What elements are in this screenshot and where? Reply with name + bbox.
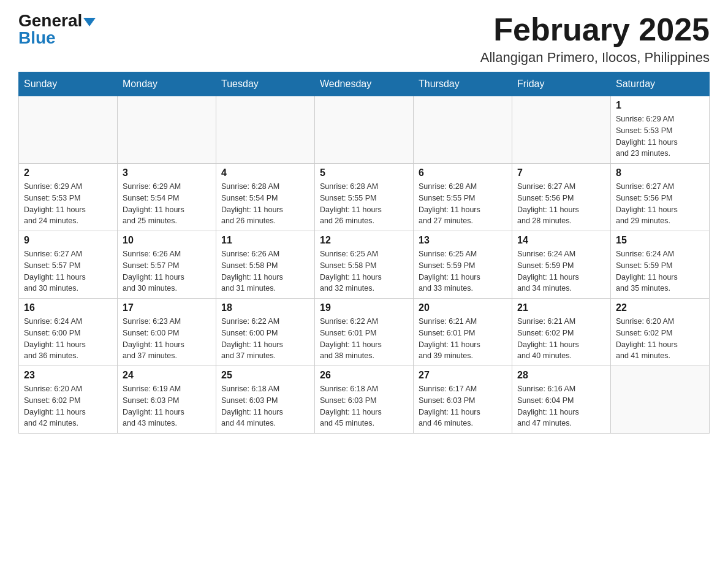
calendar-cell: 5Sunrise: 6:28 AM Sunset: 5:55 PM Daylig… xyxy=(315,164,414,231)
logo-blue: Blue xyxy=(18,29,56,47)
day-number: 2 xyxy=(24,167,112,178)
day-number: 25 xyxy=(221,370,309,381)
calendar-header: SundayMondayTuesdayWednesdayThursdayFrid… xyxy=(19,72,710,96)
day-number: 4 xyxy=(221,167,309,178)
calendar-cell xyxy=(414,96,512,164)
calendar-cell xyxy=(19,96,118,164)
title-section: February 2025 Allangigan Primero, Ilocos… xyxy=(480,12,710,66)
day-number: 24 xyxy=(123,370,211,381)
calendar-cell: 10Sunrise: 6:26 AM Sunset: 5:57 PM Dayli… xyxy=(118,231,216,299)
day-number: 9 xyxy=(24,235,112,246)
calendar-cell: 23Sunrise: 6:20 AM Sunset: 6:02 PM Dayli… xyxy=(19,366,118,434)
calendar-cell: 14Sunrise: 6:24 AM Sunset: 5:59 PM Dayli… xyxy=(512,231,611,299)
weekday-header-thursday: Thursday xyxy=(414,72,512,96)
day-info: Sunrise: 6:20 AM Sunset: 6:02 PM Dayligh… xyxy=(616,316,704,362)
calendar-cell: 16Sunrise: 6:24 AM Sunset: 6:00 PM Dayli… xyxy=(19,299,118,366)
calendar-cell: 15Sunrise: 6:24 AM Sunset: 5:59 PM Dayli… xyxy=(611,231,710,299)
day-info: Sunrise: 6:22 AM Sunset: 6:00 PM Dayligh… xyxy=(221,316,309,362)
day-number: 17 xyxy=(123,302,211,313)
day-number: 7 xyxy=(517,167,605,178)
calendar-cell: 1Sunrise: 6:29 AM Sunset: 5:53 PM Daylig… xyxy=(611,96,710,164)
calendar-cell: 9Sunrise: 6:27 AM Sunset: 5:57 PM Daylig… xyxy=(19,231,118,299)
day-info: Sunrise: 6:18 AM Sunset: 6:03 PM Dayligh… xyxy=(221,383,309,429)
calendar-table: SundayMondayTuesdayWednesdayThursdayFrid… xyxy=(18,72,710,434)
week-row-2: 2Sunrise: 6:29 AM Sunset: 5:53 PM Daylig… xyxy=(19,164,710,231)
day-info: Sunrise: 6:16 AM Sunset: 6:04 PM Dayligh… xyxy=(517,383,605,429)
calendar-cell: 20Sunrise: 6:21 AM Sunset: 6:01 PM Dayli… xyxy=(414,299,512,366)
calendar-cell: 24Sunrise: 6:19 AM Sunset: 6:03 PM Dayli… xyxy=(118,366,216,434)
logo-general: General xyxy=(18,12,96,29)
day-info: Sunrise: 6:23 AM Sunset: 6:00 PM Dayligh… xyxy=(123,316,211,362)
day-info: Sunrise: 6:26 AM Sunset: 5:58 PM Dayligh… xyxy=(221,248,309,294)
calendar-cell: 26Sunrise: 6:18 AM Sunset: 6:03 PM Dayli… xyxy=(315,366,414,434)
calendar-cell: 4Sunrise: 6:28 AM Sunset: 5:54 PM Daylig… xyxy=(216,164,315,231)
weekday-header-tuesday: Tuesday xyxy=(216,72,315,96)
weekday-header-wednesday: Wednesday xyxy=(315,72,414,96)
day-info: Sunrise: 6:29 AM Sunset: 5:54 PM Dayligh… xyxy=(123,181,211,227)
day-info: Sunrise: 6:18 AM Sunset: 6:03 PM Dayligh… xyxy=(320,383,408,429)
calendar-cell: 18Sunrise: 6:22 AM Sunset: 6:00 PM Dayli… xyxy=(216,299,315,366)
day-info: Sunrise: 6:28 AM Sunset: 5:54 PM Dayligh… xyxy=(221,181,309,227)
day-info: Sunrise: 6:26 AM Sunset: 5:57 PM Dayligh… xyxy=(123,248,211,294)
calendar-body: 1Sunrise: 6:29 AM Sunset: 5:53 PM Daylig… xyxy=(19,96,710,434)
day-info: Sunrise: 6:29 AM Sunset: 5:53 PM Dayligh… xyxy=(616,113,704,159)
day-info: Sunrise: 6:24 AM Sunset: 5:59 PM Dayligh… xyxy=(616,248,704,294)
day-number: 28 xyxy=(517,370,605,381)
calendar-cell: 3Sunrise: 6:29 AM Sunset: 5:54 PM Daylig… xyxy=(118,164,216,231)
day-number: 8 xyxy=(616,167,704,178)
day-number: 20 xyxy=(419,302,507,313)
calendar-cell: 7Sunrise: 6:27 AM Sunset: 5:56 PM Daylig… xyxy=(512,164,611,231)
day-number: 23 xyxy=(24,370,112,381)
day-info: Sunrise: 6:27 AM Sunset: 5:56 PM Dayligh… xyxy=(616,181,704,227)
weekday-header-sunday: Sunday xyxy=(19,72,118,96)
calendar-cell: 8Sunrise: 6:27 AM Sunset: 5:56 PM Daylig… xyxy=(611,164,710,231)
day-number: 21 xyxy=(517,302,605,313)
weekday-header-friday: Friday xyxy=(512,72,611,96)
calendar-cell: 27Sunrise: 6:17 AM Sunset: 6:03 PM Dayli… xyxy=(414,366,512,434)
day-info: Sunrise: 6:27 AM Sunset: 5:57 PM Dayligh… xyxy=(24,248,112,294)
calendar-cell: 22Sunrise: 6:20 AM Sunset: 6:02 PM Dayli… xyxy=(611,299,710,366)
day-info: Sunrise: 6:24 AM Sunset: 5:59 PM Dayligh… xyxy=(517,248,605,294)
day-number: 27 xyxy=(419,370,507,381)
calendar-cell: 17Sunrise: 6:23 AM Sunset: 6:00 PM Dayli… xyxy=(118,299,216,366)
day-info: Sunrise: 6:19 AM Sunset: 6:03 PM Dayligh… xyxy=(123,383,211,429)
day-number: 6 xyxy=(419,167,507,178)
calendar-cell: 19Sunrise: 6:22 AM Sunset: 6:01 PM Dayli… xyxy=(315,299,414,366)
calendar-cell: 2Sunrise: 6:29 AM Sunset: 5:53 PM Daylig… xyxy=(19,164,118,231)
week-row-1: 1Sunrise: 6:29 AM Sunset: 5:53 PM Daylig… xyxy=(19,96,710,164)
day-number: 12 xyxy=(320,235,408,246)
day-info: Sunrise: 6:28 AM Sunset: 5:55 PM Dayligh… xyxy=(320,181,408,227)
week-row-4: 16Sunrise: 6:24 AM Sunset: 6:00 PM Dayli… xyxy=(19,299,710,366)
calendar-cell: 21Sunrise: 6:21 AM Sunset: 6:02 PM Dayli… xyxy=(512,299,611,366)
day-info: Sunrise: 6:21 AM Sunset: 6:02 PM Dayligh… xyxy=(517,316,605,362)
weekday-header-monday: Monday xyxy=(118,72,216,96)
day-info: Sunrise: 6:20 AM Sunset: 6:02 PM Dayligh… xyxy=(24,383,112,429)
day-number: 19 xyxy=(320,302,408,313)
calendar-subtitle: Allangigan Primero, Ilocos, Philippines xyxy=(480,50,710,66)
weekday-header-saturday: Saturday xyxy=(611,72,710,96)
day-number: 16 xyxy=(24,302,112,313)
day-number: 1 xyxy=(616,100,704,111)
day-info: Sunrise: 6:25 AM Sunset: 5:59 PM Dayligh… xyxy=(419,248,507,294)
calendar-cell xyxy=(315,96,414,164)
day-number: 18 xyxy=(221,302,309,313)
day-info: Sunrise: 6:21 AM Sunset: 6:01 PM Dayligh… xyxy=(419,316,507,362)
calendar-cell xyxy=(216,96,315,164)
day-number: 3 xyxy=(123,167,211,178)
day-info: Sunrise: 6:28 AM Sunset: 5:55 PM Dayligh… xyxy=(419,181,507,227)
calendar-cell: 6Sunrise: 6:28 AM Sunset: 5:55 PM Daylig… xyxy=(414,164,512,231)
day-number: 10 xyxy=(123,235,211,246)
day-number: 13 xyxy=(419,235,507,246)
calendar-cell xyxy=(512,96,611,164)
logo-triangle-icon xyxy=(83,18,96,26)
calendar-cell xyxy=(611,366,710,434)
calendar-cell xyxy=(118,96,216,164)
day-number: 22 xyxy=(616,302,704,313)
day-info: Sunrise: 6:17 AM Sunset: 6:03 PM Dayligh… xyxy=(419,383,507,429)
day-number: 15 xyxy=(616,235,704,246)
weekday-header-row: SundayMondayTuesdayWednesdayThursdayFrid… xyxy=(19,72,710,96)
calendar-cell: 28Sunrise: 6:16 AM Sunset: 6:04 PM Dayli… xyxy=(512,366,611,434)
day-number: 11 xyxy=(221,235,309,246)
day-info: Sunrise: 6:27 AM Sunset: 5:56 PM Dayligh… xyxy=(517,181,605,227)
day-info: Sunrise: 6:24 AM Sunset: 6:00 PM Dayligh… xyxy=(24,316,112,362)
